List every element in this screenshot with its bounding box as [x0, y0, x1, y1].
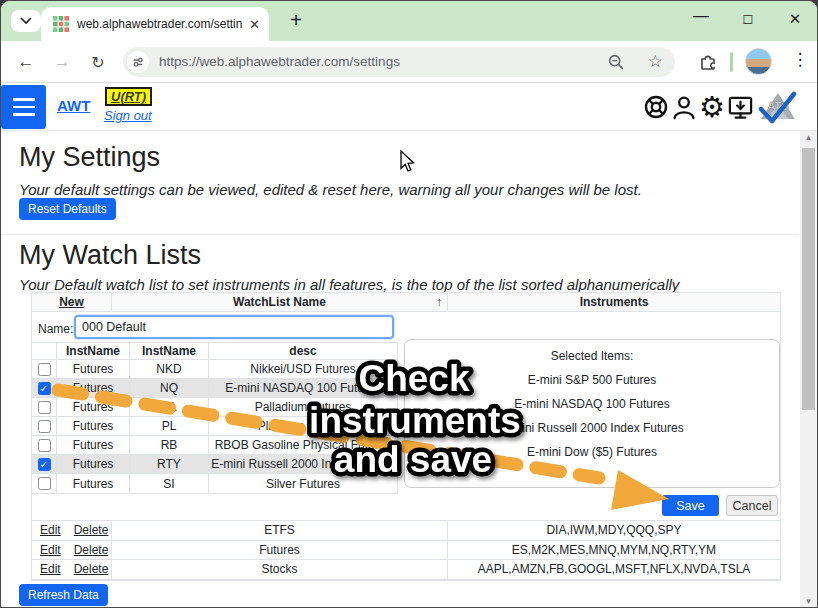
instrument-row: FuturesNKDNikkei/USD Futures	[32, 360, 397, 379]
brand-link-awt[interactable]: AWT	[57, 97, 90, 114]
instrument-cell: SI	[130, 474, 209, 493]
instrument-cell: E-mini Russell 2000 Index Futures	[209, 455, 397, 473]
delete-link[interactable]: Delete	[74, 562, 109, 576]
watchlist-name-input[interactable]	[74, 315, 394, 339]
window-minimize-button[interactable]: —	[681, 1, 721, 39]
sign-out-link[interactable]: Sign out	[104, 108, 152, 123]
url-text[interactable]: https://web.alphawebtrader.com/settings	[159, 47, 400, 77]
zoom-out-icon[interactable]	[607, 53, 625, 75]
instrument-row: ✓FuturesRTYE-mini Russell 2000 Index Fut…	[32, 455, 397, 474]
instrument-row: FuturesSISilver Futures	[32, 474, 397, 493]
reset-defaults-button[interactable]: Reset Defaults	[19, 198, 116, 220]
tab-search-button[interactable]	[11, 10, 41, 32]
selected-item: E-mini NASDAQ 100 Futures	[405, 397, 779, 411]
instrument-cell	[32, 436, 57, 454]
browser-menu-icon[interactable]: ⋮	[790, 49, 810, 70]
instrument-checkbox[interactable]	[38, 401, 51, 414]
watchlist-editor: Name: InstNameInstNamedescFuturesNKDNikk…	[31, 312, 781, 521]
tab-close-icon[interactable]: ✕	[249, 17, 260, 32]
instrument-checkbox[interactable]	[38, 477, 51, 490]
cancel-button[interactable]: Cancel	[726, 495, 778, 516]
user-profile-icon[interactable]	[670, 92, 698, 122]
scroll-down-icon[interactable]: ▼	[800, 595, 817, 608]
page-scrollbar[interactable]: ▲ ▼	[800, 131, 817, 608]
browser-toolbar: ← → ↻ https://web.alphawebtrader.com/set…	[1, 41, 817, 83]
instrument-cell	[32, 398, 57, 416]
scroll-up-icon[interactable]: ▲	[800, 131, 817, 145]
instrument-cell: ✓	[32, 455, 57, 473]
watchlist-table-header: New WatchList Name ↑ Instruments	[31, 292, 781, 312]
instrument-checkbox[interactable]	[38, 420, 51, 433]
instrument-table: InstNameInstNamedescFuturesNKDNikkei/USD…	[31, 342, 398, 494]
instrument-cell: Palladium Futures	[209, 398, 397, 416]
section-divider	[1, 234, 799, 235]
saved-watchlist-row: EditDeleteFuturesES,M2K,MES,MNQ,MYM,NQ,R…	[32, 541, 780, 561]
profile-avatar[interactable]	[745, 48, 772, 75]
page-title-my-watch-lists: My Watch Lists	[19, 240, 201, 271]
instrument-row: FuturesRBRBOB Gasoline Physical Futures	[32, 436, 397, 455]
watchlist-name-header-label: WatchList Name	[233, 295, 326, 309]
saved-watchlists-table: EditDeleteETFSDIA,IWM,MDY,QQQ,SPYEditDel…	[31, 521, 781, 581]
site-settings-icon	[131, 55, 145, 69]
reload-button[interactable]: ↻	[83, 41, 113, 83]
new-tab-button[interactable]: +	[283, 8, 309, 34]
watchlist-name-cell: Futures	[112, 541, 448, 560]
column-header-watchlist-name[interactable]: WatchList Name ↑	[112, 293, 448, 311]
instrument-cell: Futures	[57, 379, 130, 397]
instrument-cell: Futures	[57, 455, 130, 473]
watchlist-instruments-cell: AAPL,AMZN,FB,GOOGL,MSFT,NFLX,NVDA,TSLA	[448, 560, 780, 579]
profile-separator	[730, 52, 733, 72]
edit-link[interactable]: Edit	[40, 562, 61, 576]
extensions-icon[interactable]	[698, 52, 718, 76]
watchlist-name-cell: Stocks	[112, 560, 448, 579]
instrument-cell: Nikkei/USD Futures	[209, 360, 397, 378]
saved-watchlist-row: EditDeleteETFSDIA,IWM,MDY,QQQ,SPY	[32, 521, 780, 541]
browser-tab[interactable]: web.alphawebtrader.com/settin ✕	[41, 7, 269, 41]
instrument-row: FuturesPLPlatinum Futures	[32, 417, 397, 436]
sort-ascending-icon[interactable]: ↑	[436, 295, 442, 309]
back-button[interactable]: ←	[11, 41, 41, 83]
instrument-checkbox[interactable]	[38, 363, 51, 376]
instrument-cell: NKD	[130, 360, 209, 378]
download-monitor-icon[interactable]	[726, 92, 754, 122]
refresh-data-button[interactable]: Refresh Data	[19, 584, 108, 606]
instrument-checkbox[interactable]: ✓	[38, 382, 51, 395]
name-label: Name:	[38, 322, 73, 336]
delete-link[interactable]: Delete	[74, 543, 109, 557]
column-header-instruments[interactable]: Instruments	[448, 293, 780, 311]
settings-note: Your default settings can be viewed, edi…	[19, 181, 642, 198]
window-maximize-button[interactable]: ☐	[728, 1, 768, 39]
instrument-cell	[32, 474, 57, 493]
ats-logo[interactable]: ATS	[756, 92, 798, 122]
new-watchlist-link[interactable]: New	[59, 295, 84, 309]
instrument-cell: PA	[130, 398, 209, 416]
instrument-cell	[32, 360, 57, 378]
bookmark-star-icon[interactable]: ☆	[648, 51, 663, 72]
instruments-header-label: Instruments	[580, 295, 649, 309]
edit-link[interactable]: Edit	[40, 523, 61, 537]
forward-button[interactable]: →	[47, 41, 77, 83]
data-status-badge[interactable]: U(RT)	[105, 87, 152, 106]
page-title-my-settings: My Settings	[19, 142, 160, 173]
window-close-button[interactable]: ✕	[775, 1, 815, 39]
selected-items-title: Selected Items:	[405, 349, 779, 363]
instrument-cell: PL	[130, 417, 209, 435]
watchlists-note: Your Default watch list to set instrumen…	[19, 276, 679, 293]
address-bar[interactable]: https://web.alphawebtrader.com/settings …	[123, 47, 675, 77]
selected-item: E-mini S&P 500 Futures	[405, 373, 779, 387]
row-actions: EditDelete	[32, 541, 112, 560]
menu-hamburger-button[interactable]	[1, 85, 46, 129]
instrument-row: ✓FuturesNQE-mini NASDAQ 100 Futures	[32, 379, 397, 398]
browser-window: web.alphawebtrader.com/settin ✕ + — ☐ ✕ …	[0, 0, 818, 608]
instrument-checkbox[interactable]	[38, 439, 51, 452]
help-lifering-icon[interactable]	[642, 92, 670, 122]
delete-link[interactable]: Delete	[74, 523, 109, 537]
scrollbar-thumb[interactable]	[802, 148, 815, 410]
edit-link[interactable]: Edit	[40, 543, 61, 557]
watchlist-instruments-cell: DIA,IWM,MDY,QQQ,SPY	[448, 521, 780, 540]
selected-items-panel: Selected Items: E-mini S&P 500 FuturesE-…	[404, 339, 780, 488]
settings-gear-icon[interactable]: ⚙	[698, 92, 726, 122]
instrument-checkbox[interactable]: ✓	[38, 458, 51, 471]
save-button[interactable]: Save	[662, 495, 719, 516]
site-info-button[interactable]	[127, 51, 149, 73]
